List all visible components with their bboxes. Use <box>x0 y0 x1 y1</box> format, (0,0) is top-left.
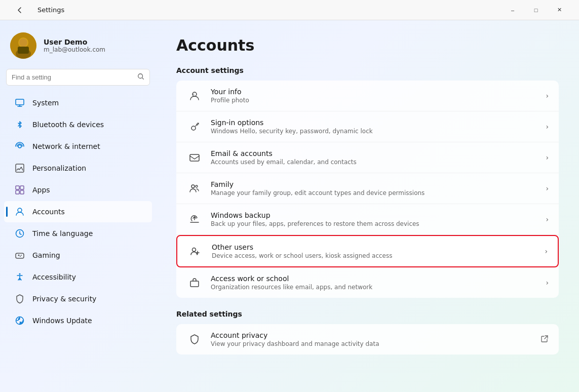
user-email: m_lab@outlook.com <box>44 46 105 53</box>
sidebar-item-update[interactable]: Windows Update <box>4 310 152 331</box>
maximize-button[interactable]: □ <box>524 2 548 18</box>
svg-rect-25 <box>190 281 199 287</box>
your-info-chevron: › <box>546 92 549 100</box>
svg-rect-14 <box>16 253 24 258</box>
sign-in-title: Sign-in options <box>211 119 537 127</box>
sidebar-item-apps-label: Apps <box>32 186 50 194</box>
sidebar-item-gaming[interactable]: Gaming <box>4 245 152 266</box>
access-work-subtitle: Organization resources like email, apps,… <box>211 284 537 291</box>
windows-backup-subtitle: Back up your files, apps, preferences to… <box>211 220 537 227</box>
accounts-icon <box>14 206 25 217</box>
sidebar-item-apps[interactable]: Apps <box>4 179 152 201</box>
search-icon <box>137 72 144 82</box>
svg-point-17 <box>19 273 21 275</box>
sidebar-item-privacy-label: Privacy & security <box>32 295 96 303</box>
svg-point-22 <box>191 185 195 188</box>
sidebar-item-bluetooth-label: Bluetooth & devices <box>32 121 104 129</box>
main-content: Accounts Account settings Your info <box>156 20 579 392</box>
search-input[interactable] <box>12 73 133 81</box>
account-settings-card: Your info Profile photo › <box>176 81 559 298</box>
access-work-text: Access work or school Organization resou… <box>211 275 537 291</box>
access-work-icon <box>186 275 203 291</box>
access-work-title: Access work or school <box>211 275 537 283</box>
user-info: User Demo m_lab@outlook.com <box>44 38 105 53</box>
svg-point-12 <box>18 208 22 212</box>
sidebar-item-network[interactable]: Network & internet <box>4 136 152 157</box>
search-box[interactable] <box>6 69 150 86</box>
titlebar-controls: – □ ✕ <box>501 2 571 18</box>
svg-rect-4 <box>18 47 29 54</box>
email-accounts-icon <box>186 149 203 166</box>
sidebar-item-update-label: Windows Update <box>32 317 92 325</box>
windows-backup-item[interactable]: Windows backup Back up your files, apps,… <box>176 204 559 235</box>
related-settings-card: Account privacy View your privacy dashbo… <box>176 324 559 355</box>
sidebar-item-system[interactable]: System <box>4 92 152 113</box>
minimize-button[interactable]: – <box>501 2 524 18</box>
account-privacy-title: Account privacy <box>211 331 532 339</box>
titlebar: Settings – □ ✕ <box>0 0 579 20</box>
account-settings-title: Account settings <box>176 66 559 74</box>
family-subtitle: Manage your family group, edit account t… <box>211 189 537 197</box>
svg-point-16 <box>20 256 21 257</box>
user-profile[interactable]: User Demo m_lab@outlook.com <box>0 28 156 69</box>
svg-point-20 <box>191 126 196 130</box>
sidebar-item-accessibility-label: Accessibility <box>32 273 76 281</box>
sidebar-item-accounts[interactable]: Accounts <box>4 201 152 222</box>
sidebar-item-accessibility[interactable]: Accessibility <box>4 266 152 288</box>
gaming-icon <box>14 250 25 261</box>
avatar <box>10 32 36 59</box>
account-privacy-external-link <box>541 335 549 344</box>
sign-in-subtitle: Windows Hello, security key, password, d… <box>211 128 537 135</box>
svg-rect-8 <box>16 186 19 189</box>
account-settings-section: Account settings Your info Profile photo <box>176 66 559 298</box>
access-work-item[interactable]: Access work or school Organization resou… <box>176 267 559 298</box>
svg-rect-7 <box>16 164 24 172</box>
access-work-chevron: › <box>546 279 549 287</box>
sign-in-item[interactable]: Sign-in options Windows Hello, security … <box>176 111 559 142</box>
sidebar-item-gaming-label: Gaming <box>32 251 60 259</box>
svg-rect-11 <box>20 190 24 194</box>
other-users-subtitle: Device access, work or school users, kio… <box>212 252 536 259</box>
close-button[interactable]: ✕ <box>548 2 571 18</box>
family-item[interactable]: Family Manage your family group, edit ac… <box>176 173 559 204</box>
windows-backup-chevron: › <box>546 215 549 223</box>
sidebar-item-bluetooth[interactable]: Bluetooth & devices <box>4 114 152 135</box>
other-users-item[interactable]: Other users Device access, work or schoo… <box>176 235 559 267</box>
windows-backup-icon <box>186 211 203 227</box>
sidebar: User Demo m_lab@outlook.com <box>0 20 156 392</box>
sign-in-icon <box>186 119 203 135</box>
email-accounts-text: Email & accounts Accounts used by email,… <box>211 149 537 166</box>
your-info-icon <box>186 88 203 104</box>
personalization-icon <box>14 163 25 174</box>
sidebar-item-privacy[interactable]: Privacy & security <box>4 288 152 309</box>
accessibility-icon <box>14 271 25 283</box>
page-title: Accounts <box>176 36 559 54</box>
titlebar-title: Settings <box>37 6 64 14</box>
search-container <box>0 69 156 92</box>
svg-point-24 <box>192 248 196 252</box>
time-icon <box>14 228 25 239</box>
nav-list: System Bluetooth & devices <box>0 92 156 332</box>
update-icon <box>14 315 25 326</box>
account-privacy-subtitle: View your privacy dashboard and manage a… <box>211 340 532 347</box>
email-accounts-item[interactable]: Email & accounts Accounts used by email,… <box>176 142 559 173</box>
related-settings-title: Related settings <box>176 310 559 318</box>
account-privacy-icon <box>186 331 203 347</box>
sidebar-item-time[interactable]: Time & language <box>4 223 152 244</box>
sidebar-item-personalization-label: Personalization <box>32 164 86 172</box>
sidebar-item-personalization[interactable]: Personalization <box>4 158 152 179</box>
sign-in-text: Sign-in options Windows Hello, security … <box>211 119 537 135</box>
back-button[interactable] <box>8 2 31 18</box>
account-privacy-item[interactable]: Account privacy View your privacy dashbo… <box>176 324 559 355</box>
family-icon <box>186 180 203 197</box>
svg-point-15 <box>21 255 22 256</box>
system-icon <box>14 97 25 108</box>
svg-rect-21 <box>190 154 199 161</box>
sidebar-item-accounts-label: Accounts <box>32 208 65 216</box>
svg-point-3 <box>19 38 27 47</box>
app-body: User Demo m_lab@outlook.com <box>0 20 579 392</box>
your-info-item[interactable]: Your info Profile photo › <box>176 81 559 111</box>
other-users-title: Other users <box>212 243 536 251</box>
svg-rect-6 <box>16 99 24 105</box>
svg-point-23 <box>196 185 198 187</box>
